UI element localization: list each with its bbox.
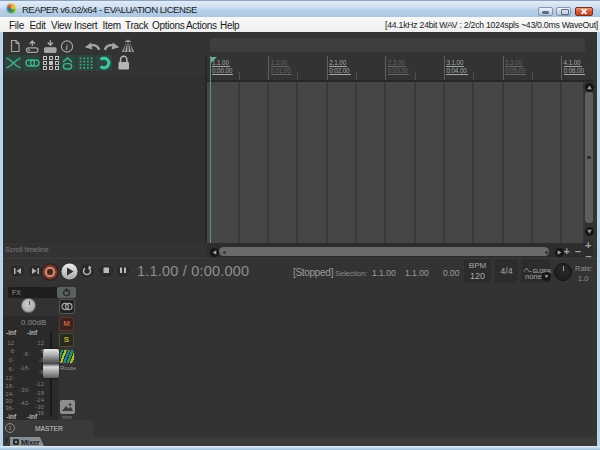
svg-text:i: i bbox=[66, 42, 69, 52]
